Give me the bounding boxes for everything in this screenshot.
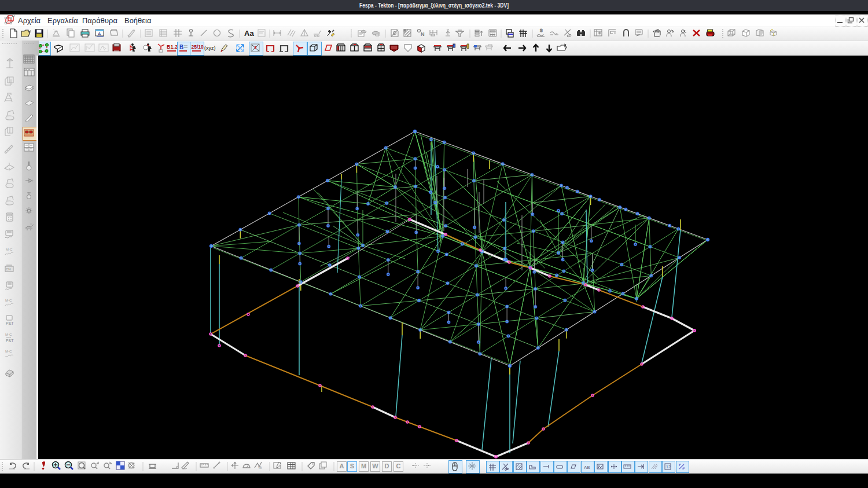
svg-text:AB: AB <box>584 465 590 470</box>
svg-text:P&T: P&T <box>6 339 14 343</box>
svg-text:CN: CN <box>6 267 11 271</box>
svg-text:25/10: 25/10 <box>192 44 204 50</box>
svg-text:M-C: M-C <box>6 248 13 251</box>
svg-text:B: B <box>179 44 183 50</box>
svg-text:A: A <box>98 31 101 36</box>
svg-text:M-C: M-C <box>5 299 12 302</box>
svg-text:P&T: P&T <box>6 321 14 325</box>
svg-text:S: S <box>540 28 543 32</box>
svg-text:M-C: M-C <box>5 333 12 336</box>
svg-text:(xyz): (xyz) <box>204 45 216 51</box>
svg-text:M-C: M-C <box>5 350 12 353</box>
svg-text:12: 12 <box>666 465 671 469</box>
svg-text:%: % <box>258 465 262 469</box>
svg-text:Aa: Aa <box>244 29 254 38</box>
svg-text:N: N <box>421 31 425 37</box>
svg-text:B1.2: B1.2 <box>167 44 178 50</box>
